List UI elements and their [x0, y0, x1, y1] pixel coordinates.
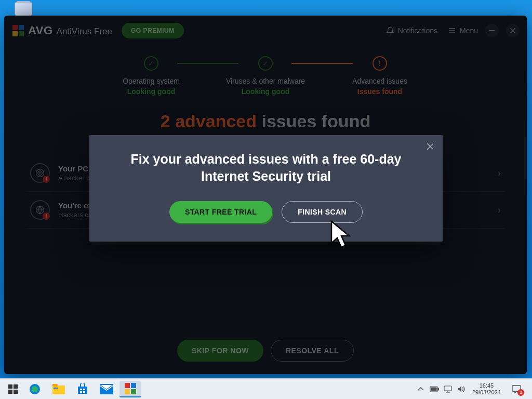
taskbar-app-mail[interactable]: [96, 381, 117, 397]
tray-chevron-icon[interactable]: [416, 387, 425, 391]
trial-modal: Fix your advanced issues with a free 60-…: [89, 135, 443, 242]
svg-rect-29: [80, 391, 82, 393]
svg-rect-24: [52, 384, 58, 387]
svg-rect-37: [438, 388, 439, 390]
svg-rect-33: [131, 383, 136, 388]
svg-rect-20: [14, 390, 18, 394]
notification-badge: 2: [517, 389, 524, 396]
taskbar-app-explorer[interactable]: [48, 381, 70, 397]
start-button[interactable]: [3, 381, 23, 397]
svg-rect-34: [125, 389, 130, 394]
clock-date: 29/03/2024: [472, 389, 501, 396]
tray-battery-icon[interactable]: [430, 386, 439, 392]
svg-rect-39: [444, 386, 451, 391]
system-tray: 16:45 29/03/2024 2: [416, 381, 529, 397]
start-free-trial-button[interactable]: START FREE TRIAL: [169, 201, 272, 223]
modal-close-button[interactable]: [425, 141, 435, 152]
svg-rect-23: [52, 385, 65, 394]
svg-point-22: [32, 386, 38, 392]
taskbar-clock[interactable]: 16:45 29/03/2024: [472, 382, 501, 396]
action-center-button[interactable]: 2: [507, 381, 526, 397]
finish-scan-button[interactable]: FINISH SCAN: [282, 201, 363, 223]
svg-rect-28: [83, 389, 85, 390]
tray-network-icon[interactable]: [443, 385, 453, 393]
svg-rect-27: [80, 389, 82, 390]
modal-title: Fix your advanced issues with a free 60-…: [110, 151, 422, 184]
taskbar: 16:45 29/03/2024 2: [0, 378, 532, 399]
clock-time: 16:45: [472, 382, 501, 389]
svg-rect-19: [8, 390, 12, 394]
svg-rect-30: [83, 391, 85, 393]
svg-rect-17: [8, 384, 12, 389]
svg-rect-35: [131, 389, 136, 394]
tray-volume-icon[interactable]: [457, 385, 466, 393]
svg-rect-18: [14, 384, 18, 389]
taskbar-app-edge[interactable]: [24, 381, 46, 397]
taskbar-app-avg[interactable]: [119, 381, 141, 397]
taskbar-app-store[interactable]: [72, 381, 94, 397]
svg-rect-25: [54, 388, 58, 389]
svg-rect-26: [78, 387, 87, 394]
svg-rect-38: [431, 388, 436, 391]
svg-rect-32: [125, 383, 130, 388]
